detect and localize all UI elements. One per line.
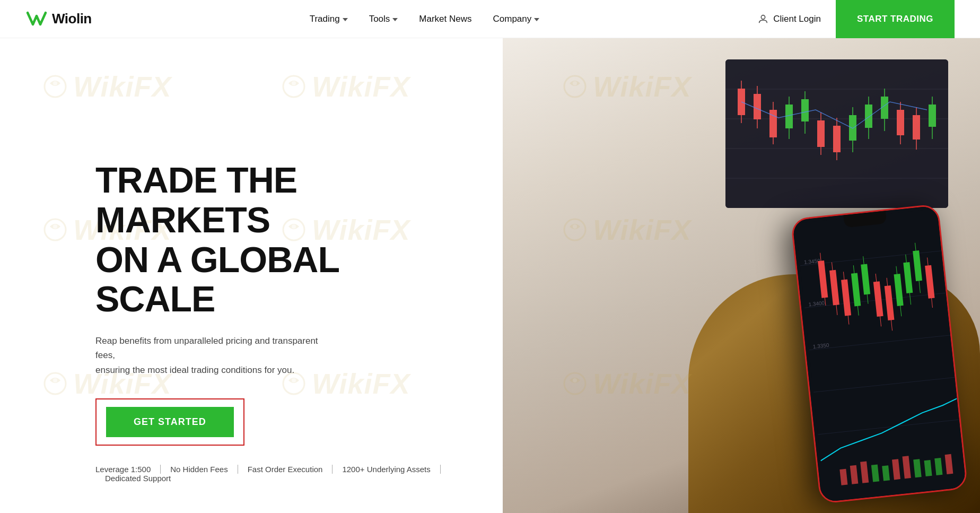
svg-point-14 — [53, 378, 57, 382]
brand-name: Wiolin — [52, 11, 92, 27]
svg-rect-49 — [929, 105, 936, 127]
user-icon — [757, 13, 769, 25]
chevron-down-icon — [392, 18, 398, 21]
feature-support: Dedicated Support — [95, 474, 180, 483]
nav-links: Trading Tools Market News Company — [310, 14, 540, 24]
hero-image: 1.3450 1.3400 1.3350 — [503, 38, 980, 513]
nav-item-company[interactable]: Company — [493, 14, 540, 24]
svg-rect-47 — [913, 115, 920, 140]
nav-right: Client Login START TRADING — [757, 0, 955, 38]
svg-point-13 — [45, 373, 66, 394]
svg-rect-41 — [865, 105, 872, 128]
svg-rect-39 — [849, 115, 856, 141]
client-login-button[interactable]: Client Login — [757, 13, 821, 25]
logo-icon — [25, 10, 48, 29]
svg-point-4 — [292, 81, 296, 85]
watermark: WikiFX — [281, 70, 410, 103]
hero-section: WikiFX WikiFX WikiFX Wik — [0, 38, 980, 513]
wikifx-icon — [42, 74, 68, 99]
nav-item-trading[interactable]: Trading — [310, 14, 348, 24]
svg-point-2 — [53, 81, 57, 85]
get-started-button[interactable]: GET STARTED — [106, 407, 234, 437]
feature-fast-execution: Fast Order Execution — [238, 465, 333, 474]
hero-subtitle: Reap benefits from unparalleled pricing … — [95, 334, 339, 377]
chevron-down-icon — [343, 18, 348, 21]
laptop-chart — [725, 59, 948, 208]
navbar: Wiolin Trading Tools Market News Company… — [0, 0, 980, 38]
hero-features: Leverage 1:500 No Hidden Fees Fast Order… — [95, 465, 456, 483]
svg-point-0 — [761, 15, 765, 19]
start-trading-button[interactable]: START TRADING — [836, 0, 955, 38]
svg-point-3 — [283, 76, 304, 97]
svg-point-1 — [45, 76, 66, 97]
laptop-screen — [725, 59, 948, 208]
phone-mockup: 1.3450 1.3400 1.3350 — [791, 204, 968, 504]
nav-item-tools[interactable]: Tools — [369, 14, 398, 24]
feature-assets: 1200+ Underlying Assets — [332, 465, 440, 474]
watermark: WikiFX — [42, 70, 172, 103]
svg-rect-27 — [754, 94, 761, 119]
phone-chart: 1.3450 1.3400 1.3350 — [795, 208, 966, 502]
svg-rect-37 — [833, 126, 841, 152]
feature-leverage: Leverage 1:500 — [95, 465, 161, 474]
logo[interactable]: Wiolin — [25, 10, 92, 29]
svg-rect-35 — [817, 120, 825, 147]
hero-title: TRADE THE MARKETS ON A GLOBAL SCALE — [95, 160, 456, 319]
cta-wrapper: GET STARTED — [95, 398, 244, 446]
nav-item-market-news[interactable]: Market News — [419, 14, 471, 24]
chevron-down-icon — [534, 18, 539, 21]
svg-rect-45 — [897, 110, 904, 135]
svg-rect-33 — [801, 99, 809, 121]
feature-no-fees: No Hidden Fees — [161, 465, 238, 474]
svg-point-7 — [45, 219, 66, 240]
hero-content: TRADE THE MARKETS ON A GLOBAL SCALE Reap… — [95, 160, 456, 483]
svg-point-8 — [53, 224, 57, 229]
